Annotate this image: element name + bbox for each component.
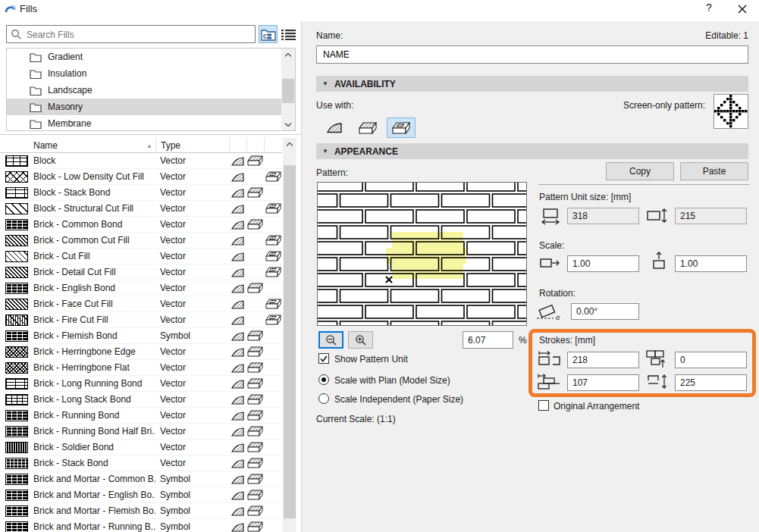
- scale-independent-radio[interactable]: [318, 393, 329, 404]
- stroke-spacing-x-field[interactable]: 218: [567, 352, 639, 368]
- use-with-drafting-button[interactable]: [320, 117, 349, 138]
- fill-row[interactable]: Brick - Herringbone FlatVector: [0, 360, 282, 376]
- fills-table-header[interactable]: Name ▲ Type: [0, 138, 282, 153]
- tree-scrollbar[interactable]: [281, 49, 295, 130]
- fill-row[interactable]: Brick - Common BondVector: [0, 217, 282, 233]
- fill-row[interactable]: Brick and Mortar - Running B...Symbol: [0, 519, 282, 532]
- screen-only-pattern-preview[interactable]: [714, 94, 748, 129]
- stroke-spacing-y-field[interactable]: 225: [675, 374, 747, 391]
- list-scroll-up-icon[interactable]: [283, 138, 296, 150]
- cover-fill-icon: [247, 521, 263, 532]
- cover-fill-icon: [247, 378, 263, 389]
- column-drafting[interactable]: [229, 138, 246, 153]
- scale-y-field[interactable]: 1.00: [675, 255, 747, 272]
- fill-row[interactable]: Brick - Long Stack BondVector: [0, 392, 282, 408]
- availability-section-header[interactable]: ▼ AVAILABILITY: [316, 76, 748, 92]
- cover-fill-icon: [247, 458, 263, 468]
- column-cut[interactable]: [264, 138, 282, 153]
- cover-fill-icon: [247, 426, 263, 437]
- tree-scroll-thumb[interactable]: [282, 79, 294, 103]
- window-title: Fills: [20, 3, 37, 14]
- help-button[interactable]: ?: [701, 2, 717, 17]
- fill-row[interactable]: Block - Structural Cut FillVector: [0, 201, 282, 217]
- cover-fill-icon: [247, 394, 263, 405]
- fill-row[interactable]: Brick - English BondVector: [0, 280, 282, 296]
- fill-type: Vector: [155, 187, 229, 198]
- stroke-offset-x-field[interactable]: 107: [567, 374, 639, 391]
- fill-type: Vector: [155, 315, 229, 325]
- list-view-toggle[interactable]: [280, 27, 296, 41]
- fill-row[interactable]: Brick - Stack BondVector: [0, 455, 282, 471]
- tree-item-landscape[interactable]: Landscape: [7, 82, 295, 99]
- tree-item-insulation[interactable]: Insulation: [7, 65, 295, 82]
- list-scrollbar[interactable]: [283, 138, 296, 532]
- fill-swatch: [0, 315, 33, 326]
- fill-row[interactable]: Brick - Long Running BondVector: [0, 376, 282, 392]
- fill-row[interactable]: Brick - Cut FillVector: [0, 249, 282, 264]
- column-swatch: [0, 138, 33, 153]
- tree-item-gradient[interactable]: Gradient: [7, 49, 295, 65]
- fill-row[interactable]: BlockVector: [0, 153, 282, 169]
- fill-row[interactable]: Brick - Herringbone EdgeVector: [0, 344, 282, 360]
- fill-row[interactable]: Brick - Running Bond Half Bri...Vector: [0, 424, 282, 440]
- zoom-percent-field[interactable]: 6.07: [463, 331, 513, 349]
- show-pattern-unit-checkbox[interactable]: [318, 353, 329, 364]
- search-input[interactable]: [25, 27, 254, 42]
- fill-row[interactable]: Brick - Common Cut FillVector: [0, 233, 282, 249]
- use-with-cut-button[interactable]: [387, 117, 416, 138]
- fill-swatch: [0, 521, 33, 532]
- tree-item-membrane[interactable]: Membrane: [7, 115, 295, 131]
- column-name[interactable]: Name ▲: [33, 138, 155, 153]
- fill-swatch: [0, 155, 33, 167]
- appearance-section-header[interactable]: ▼ APPEARANCE: [316, 143, 748, 159]
- folder-icon: [30, 86, 42, 95]
- fill-swatch: [0, 267, 33, 278]
- use-with-cover-button[interactable]: [353, 117, 382, 138]
- cut-fill-icon: [265, 267, 281, 277]
- fill-row[interactable]: Brick and Mortar - English Bo...Symbol: [0, 487, 282, 503]
- fill-swatch: [0, 219, 33, 230]
- fill-name: Brick - Herringbone Flat: [33, 362, 155, 373]
- fill-row[interactable]: Block - Stack BondVector: [0, 185, 282, 201]
- paste-button[interactable]: Paste: [680, 162, 748, 180]
- tree-scroll-down-icon[interactable]: [281, 118, 295, 130]
- scale-x-field[interactable]: 1.00: [567, 255, 639, 272]
- fill-row[interactable]: Brick - Soldier BondVector: [0, 440, 282, 455]
- current-scale-label: Current Scale: (1:1): [316, 414, 396, 424]
- fill-row[interactable]: Brick and Mortar - Common B...Symbol: [0, 471, 282, 487]
- fill-row[interactable]: Brick - Fire Cut FillVector: [0, 312, 282, 328]
- unit-height-field[interactable]: 215: [675, 208, 747, 224]
- column-type[interactable]: Type: [155, 138, 229, 153]
- show-pattern-unit-label: Show Pattern Unit: [334, 354, 408, 365]
- left-separator: [0, 134, 301, 135]
- tree-scroll-up-icon[interactable]: [281, 49, 295, 61]
- list-scroll-thumb[interactable]: [284, 165, 296, 518]
- zoom-in-button[interactable]: [348, 331, 373, 349]
- fill-type: Vector: [155, 235, 229, 246]
- drafting-fill-icon: [231, 379, 244, 389]
- tree-item-masonry[interactable]: Masonry: [7, 99, 295, 115]
- fill-swatch: [0, 474, 33, 485]
- scale-with-plan-radio[interactable]: [318, 374, 329, 385]
- fill-name: Block: [33, 155, 155, 166]
- fill-row[interactable]: Brick - Face Cut FillVector: [0, 296, 282, 312]
- rotation-field[interactable]: 0.00°: [571, 303, 639, 320]
- close-icon[interactable]: [734, 2, 751, 17]
- name-field[interactable]: [321, 49, 745, 61]
- copy-button[interactable]: Copy: [606, 162, 674, 180]
- fill-row[interactable]: Block - Low Density Cut FillVector: [0, 169, 282, 185]
- fill-row[interactable]: Brick and Mortar - Flemish Bo...Symbol: [0, 503, 282, 519]
- stroke-offset-y-field[interactable]: 0: [675, 352, 747, 368]
- unit-width-field[interactable]: 318: [567, 208, 639, 224]
- fill-row[interactable]: Brick - Flemish BondSymbol: [0, 328, 282, 344]
- fill-name: Brick - Fire Cut Fill: [33, 315, 155, 325]
- pattern-preview[interactable]: [317, 182, 527, 326]
- drafting-fill-icon: [231, 315, 244, 325]
- cover-fill-icon: [247, 505, 263, 516]
- tree-view-toggle[interactable]: [259, 25, 278, 43]
- zoom-out-button[interactable]: [318, 331, 343, 349]
- fill-row[interactable]: Brick - Detail Cut FillVector: [0, 264, 282, 280]
- fill-row[interactable]: Brick - Running BondVector: [0, 408, 282, 424]
- column-cover[interactable]: [246, 138, 264, 153]
- original-arrangement-checkbox[interactable]: [538, 400, 549, 411]
